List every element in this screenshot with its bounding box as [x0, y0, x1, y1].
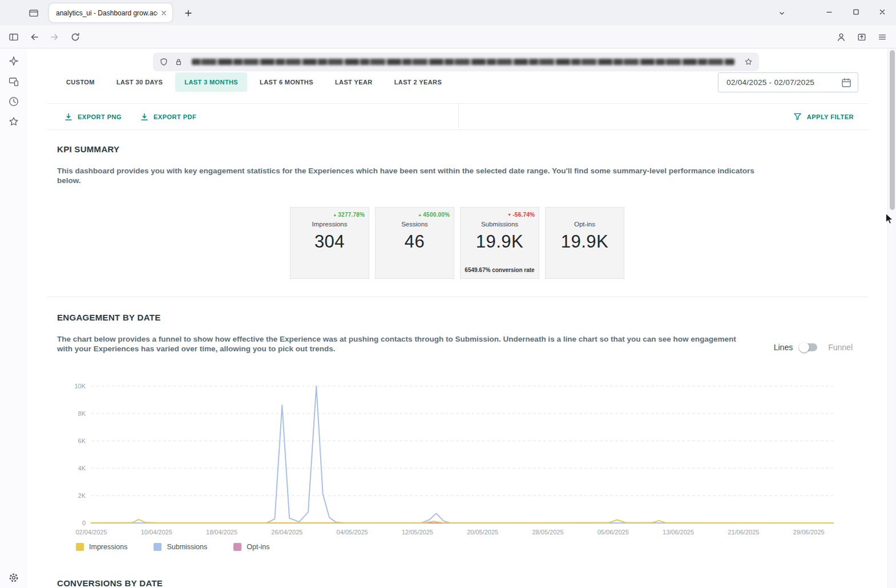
- svg-text:20/05/2025: 20/05/2025: [467, 529, 498, 536]
- tracking-shield-icon[interactable]: [159, 57, 169, 67]
- svg-text:2K: 2K: [78, 492, 86, 499]
- svg-text:8K: 8K: [78, 410, 86, 417]
- svg-text:21/06/2025: 21/06/2025: [728, 529, 759, 536]
- scrollbar-thumb[interactable]: [890, 50, 895, 210]
- chart-legend: ImpressionsSubmissionsOpt-ins: [76, 543, 270, 551]
- conversions-title: CONVERSIONS BY DATE: [57, 578, 163, 588]
- svg-text:02/04/2025: 02/04/2025: [75, 529, 107, 536]
- toolbar-divider: [458, 104, 459, 129]
- toggle-label-funnel[interactable]: Funnel: [828, 343, 853, 352]
- legend-item-submissions[interactable]: Submissions: [154, 543, 207, 551]
- back-icon[interactable]: [26, 30, 42, 44]
- engagement-chart: 02K4K6K8K10K02/04/202510/04/202518/04/20…: [68, 376, 862, 548]
- kpi-card-impressions: ▲3277.78%Impressions304: [290, 207, 369, 279]
- engagement-title: ENGAGEMENT BY DATE: [57, 313, 161, 322]
- kpi-cards-row: ▲3277.78%Impressions304▲4500.00%Sessions…: [290, 207, 624, 279]
- kpi-summary-title: KPI SUMMARY: [57, 144, 119, 154]
- kpi-label: Impressions: [290, 221, 369, 228]
- library-save-icon[interactable]: [854, 30, 870, 44]
- export-png-button[interactable]: EXPORT PNG: [64, 104, 122, 129]
- download-icon: [64, 113, 72, 121]
- synced-tabs-icon[interactable]: [7, 75, 20, 88]
- filter-tab-custom[interactable]: CUSTOM: [57, 72, 104, 92]
- legend-label: Submissions: [167, 543, 207, 551]
- date-range-value: 02/04/2025 - 02/07/2025: [727, 78, 814, 87]
- switch-knob: [799, 342, 809, 352]
- lines-funnel-switch[interactable]: [800, 343, 817, 351]
- apply-filter-button[interactable]: APPLY FILTER: [793, 104, 854, 129]
- svg-text:29/06/2025: 29/06/2025: [793, 529, 825, 536]
- kpi-card-sessions: ▲4500.00%Sessions46: [375, 207, 454, 279]
- toggle-label-lines[interactable]: Lines: [774, 343, 793, 352]
- legend-item-impressions[interactable]: Impressions: [76, 543, 127, 551]
- browser-nav-bar: [0, 25, 896, 48]
- kpi-value: 19.9K: [461, 232, 539, 252]
- filter-tab-last-6-months[interactable]: LAST 6 MONTHS: [251, 72, 322, 92]
- kpi-label: Sessions: [376, 221, 454, 228]
- kpi-change-indicator: ▲3277.78%: [333, 212, 365, 218]
- export-toolbar: EXPORT PNG EXPORT PDF APPLY FILTER: [47, 103, 869, 130]
- legend-swatch: [154, 543, 162, 551]
- kpi-summary-description: This dashboard provides you with key eng…: [57, 167, 754, 185]
- date-range-input[interactable]: 02/04/2025 - 02/07/2025: [718, 72, 858, 92]
- page-scrollbar[interactable]: [887, 48, 896, 588]
- svg-text:28/05/2025: 28/05/2025: [532, 529, 563, 536]
- sidebar-toggle-icon[interactable]: [6, 30, 22, 44]
- lock-icon[interactable]: [173, 57, 184, 67]
- firefox-view-icon[interactable]: [26, 6, 41, 21]
- menu-hamburger-icon[interactable]: [874, 30, 890, 44]
- engagement-line-chart: 02K4K6K8K10K02/04/202510/04/202518/04/20…: [68, 376, 862, 548]
- kpi-value: 46: [376, 232, 454, 252]
- kpi-value: 19.9K: [546, 232, 624, 252]
- svg-text:05/06/2025: 05/06/2025: [598, 529, 629, 536]
- legend-swatch: [233, 543, 241, 551]
- window-maximize-button[interactable]: [843, 1, 869, 23]
- engagement-description: The chart below provides a funnel to sho…: [57, 335, 749, 354]
- tab-close-icon[interactable]: [160, 9, 168, 17]
- apply-filter-label: APPLY FILTER: [807, 113, 854, 120]
- svg-text:12/05/2025: 12/05/2025: [402, 529, 433, 536]
- filter-tab-last-30-days[interactable]: LAST 30 DAYS: [107, 72, 172, 92]
- export-pdf-label: EXPORT PDF: [154, 113, 196, 120]
- url-redacted-text: [192, 59, 734, 65]
- history-clock-icon[interactable]: [7, 95, 20, 108]
- legend-label: Impressions: [89, 543, 127, 551]
- svg-text:4K: 4K: [78, 465, 86, 472]
- kpi-card-opt-ins: Opt-ins19.9K: [545, 207, 624, 279]
- svg-text:13/06/2025: 13/06/2025: [663, 529, 694, 536]
- legend-item-opt-ins[interactable]: Opt-ins: [233, 543, 269, 551]
- tab-list-chevron-icon[interactable]: [774, 5, 790, 21]
- chart-mode-toggle: Lines Funnel: [774, 343, 853, 352]
- browser-tab-bar: analytics_ui - Dashboard grow.acco: [0, 0, 896, 25]
- svg-text:0: 0: [82, 520, 86, 526]
- url-bar[interactable]: [153, 52, 759, 71]
- reload-icon[interactable]: [67, 30, 83, 44]
- window-close-button[interactable]: [869, 1, 895, 23]
- bookmarks-star-icon[interactable]: [7, 115, 20, 128]
- sparkle-ai-icon[interactable]: [7, 55, 20, 67]
- settings-gear-icon[interactable]: [7, 571, 20, 584]
- kpi-change-indicator: ▼-56.74%: [507, 212, 535, 218]
- kpi-change-indicator: ▲4500.00%: [418, 212, 450, 218]
- legend-swatch: [76, 543, 84, 551]
- export-pdf-button[interactable]: EXPORT PDF: [140, 104, 196, 129]
- svg-text:18/04/2025: 18/04/2025: [206, 529, 237, 536]
- browser-tab[interactable]: analytics_ui - Dashboard grow.acco: [49, 3, 172, 22]
- kpi-label: Submissions: [461, 221, 539, 228]
- kpi-value: 304: [290, 232, 369, 252]
- account-icon[interactable]: [833, 30, 849, 44]
- bookmark-star-icon[interactable]: [744, 57, 753, 67]
- kpi-footnote: 6549.67% conversion rate: [461, 267, 539, 273]
- kpi-card-submissions: ▼-56.74%Submissions19.9K6549.67% convers…: [460, 207, 539, 279]
- forward-icon[interactable]: [47, 30, 63, 44]
- svg-text:26/04/2025: 26/04/2025: [271, 529, 302, 536]
- legend-label: Opt-ins: [247, 543, 269, 551]
- filter-tab-last-2-years[interactable]: LAST 2 YEARS: [385, 72, 451, 92]
- svg-text:6K: 6K: [78, 437, 86, 444]
- window-minimize-button[interactable]: [816, 1, 842, 23]
- svg-text:10/04/2025: 10/04/2025: [141, 529, 172, 536]
- calendar-icon[interactable]: [841, 78, 851, 88]
- filter-tab-last-year[interactable]: LAST YEAR: [326, 72, 382, 92]
- new-tab-button[interactable]: [180, 5, 196, 21]
- filter-tab-last-3-months[interactable]: LAST 3 MONTHS: [175, 72, 247, 92]
